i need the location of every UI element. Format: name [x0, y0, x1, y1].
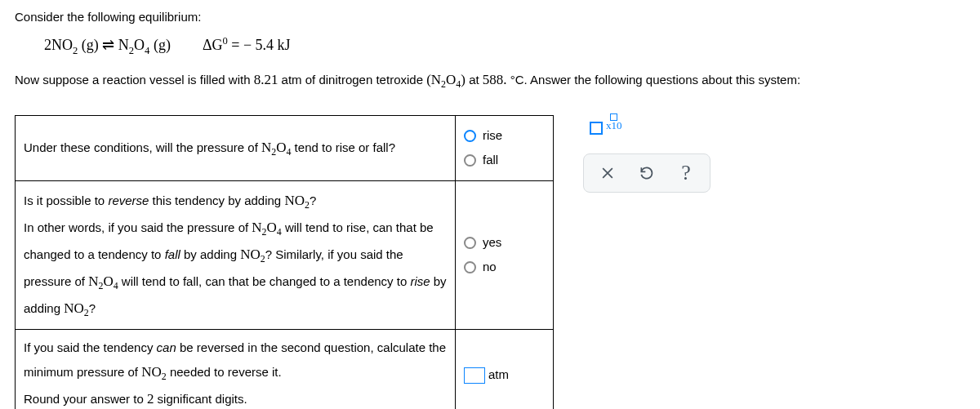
side-panel: x10 ?	[583, 115, 710, 193]
eq-arrow: ⇌	[102, 37, 114, 53]
pressure-input[interactable]	[464, 367, 485, 384]
ctx-sp-o: O	[446, 72, 456, 87]
q2-rise-italic: rise	[410, 274, 430, 288]
q2-n2o4-n2: N	[88, 273, 98, 289]
radio-rise[interactable]: rise	[464, 124, 545, 148]
eq-lhs-sub: 2	[73, 45, 78, 56]
question-3-text: If you said the tendency can be reversed…	[16, 329, 456, 409]
equilibrium-equation: 2NO2 (g) ⇌ N2O4 (g) ΔG0 = − 5.4 kJ	[44, 35, 965, 57]
q2-n2o4-o: O	[267, 220, 277, 235]
unit-label: atm	[488, 367, 509, 381]
ctx-p4: °C. Answer the following questions about…	[507, 73, 801, 87]
q2-l2a: In other words, if you said the pressure…	[24, 220, 252, 234]
q1-sp-o: O	[276, 140, 286, 155]
ctx-sp-n: N	[431, 72, 441, 87]
q2-n2o4-n: N	[252, 220, 261, 235]
q2-n2o4-o2: O	[103, 273, 113, 289]
eq-dg-val: = − 5.4 kJ	[231, 37, 290, 53]
sci-notation-button[interactable]: x10	[583, 115, 629, 142]
eq-rhs-sub2: 4	[145, 45, 149, 56]
question-3-answer: atm	[456, 329, 554, 409]
ctx-temp: 588.	[483, 72, 507, 87]
q2-reverse-italic: reverse	[108, 193, 149, 207]
q2-l1d: ?	[310, 193, 316, 207]
eq-rhs-state: (g)	[154, 37, 171, 53]
ctx-p1: Now suppose a reaction vessel is filled …	[15, 73, 254, 87]
q3-t1: If you said the tendency	[24, 340, 157, 354]
radio-icon	[464, 130, 476, 142]
eq-dg-label: ΔG	[203, 37, 223, 53]
q2-no2-n: NO	[284, 193, 305, 208]
ctx-atm: 8.21	[254, 72, 278, 87]
q3-round2: significant digits.	[154, 392, 247, 406]
q2-no2-n3: NO	[64, 300, 84, 316]
q1-t1: Under these conditions, will the pressur…	[24, 140, 261, 154]
q2-l1a: Is it possible to	[24, 193, 108, 207]
toolbar: ?	[583, 153, 710, 193]
eq-rhs-o: O	[134, 37, 145, 53]
q3-t3: needed to reverse it.	[167, 365, 282, 379]
question-mark-icon: ?	[681, 161, 691, 185]
radio-yes[interactable]: yes	[464, 231, 545, 255]
q2-l2e: will tend to fall, can that be changed t…	[118, 274, 411, 288]
clear-button[interactable]	[597, 162, 618, 184]
ctx-species: (N2O4)	[426, 72, 466, 87]
eq-lhs-state: (g)	[82, 37, 99, 53]
q2-fall-italic: fall	[165, 247, 180, 261]
q2-l2c: by adding	[180, 247, 240, 261]
reset-button[interactable]	[636, 162, 657, 184]
opt-rise-label: rise	[483, 124, 502, 148]
q3-round: Round your answer to	[24, 392, 147, 406]
question-2-answer: yes no	[456, 180, 554, 329]
opt-fall-label: fall	[483, 149, 498, 172]
q2-l1c: this tendency by adding	[149, 193, 284, 207]
q2-no2-n2: NO	[240, 247, 261, 262]
opt-yes-label: yes	[483, 231, 501, 255]
q1-t2: tend to rise or fall?	[291, 140, 395, 154]
question-1-text: Under these conditions, will the pressur…	[16, 115, 456, 180]
sci-x10-label: x10	[606, 121, 622, 131]
eq-lhs: 2NO	[44, 37, 73, 53]
question-table: Under these conditions, will the pressur…	[15, 115, 554, 409]
help-button[interactable]: ?	[675, 162, 697, 184]
intro-text: Consider the following equilibrium:	[15, 10, 965, 24]
question-1-row: Under these conditions, will the pressur…	[16, 115, 554, 180]
question-2-row: Is it possible to reverse this tendency …	[16, 180, 554, 329]
question-1-answer: rise fall	[456, 115, 554, 180]
ctx-p2: atm of dinitrogen tetroxide	[278, 73, 426, 87]
question-2-text: Is it possible to reverse this tendency …	[16, 180, 456, 329]
ctx-p3: at	[466, 73, 483, 87]
radio-icon	[464, 261, 476, 273]
x-icon	[599, 165, 616, 181]
sci-exponent-icon: x10	[606, 113, 622, 131]
eq-rhs-n: N	[118, 37, 129, 53]
q1-sp-n: N	[261, 140, 271, 155]
q2-l2g: ?	[89, 301, 96, 315]
radio-icon	[464, 154, 476, 167]
q3-no2-n: NO	[141, 364, 162, 380]
radio-no[interactable]: no	[464, 256, 545, 279]
question-3-row: If you said the tendency can be reversed…	[16, 329, 554, 409]
context-text: Now suppose a reaction vessel is filled …	[15, 72, 965, 91]
sci-box-icon	[590, 122, 603, 135]
opt-no-label: no	[483, 256, 497, 279]
undo-icon	[639, 165, 655, 181]
q3-can-italic: can	[157, 340, 176, 354]
radio-icon	[464, 237, 476, 249]
eq-dg-sup: 0	[222, 35, 227, 47]
radio-fall[interactable]: fall	[464, 149, 545, 172]
